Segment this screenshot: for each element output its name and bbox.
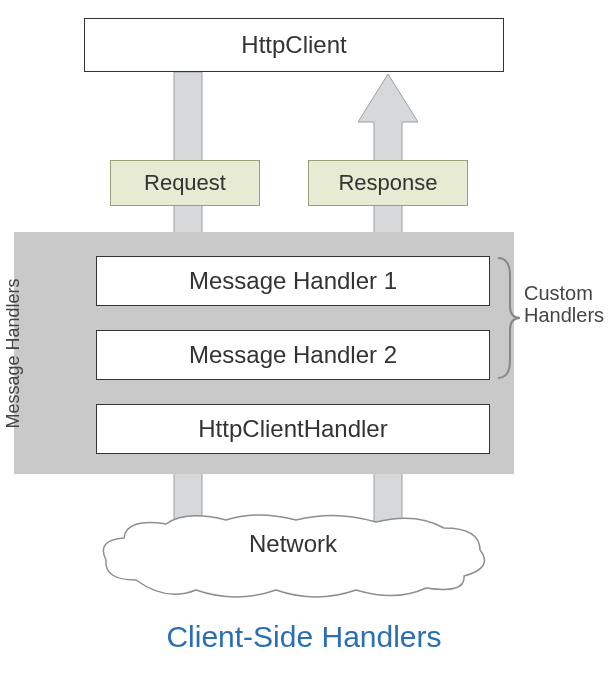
diagram-canvas: HttpClient Request Response Message Hand… [0,0,608,674]
response-tag: Response [308,160,468,206]
response-label: Response [338,170,437,196]
message-handler-2-box: Message Handler 2 [96,330,490,380]
panel-label-text: Message Handlers [3,278,24,428]
message-handler-2-label: Message Handler 2 [189,341,397,369]
request-label: Request [144,170,226,196]
diagram-title: Client-Side Handlers [0,620,608,654]
httpclienthandler-box: HttpClientHandler [96,404,490,454]
custom-handlers-annotation: Custom Handlers [524,282,604,326]
custom-label-line1: Custom [524,282,593,304]
custom-label-line2: Handlers [524,304,604,326]
httpclient-box: HttpClient [84,18,504,72]
httpclienthandler-label: HttpClientHandler [198,415,387,443]
message-handlers-panel-label: Message Handlers [0,232,28,474]
request-tag: Request [110,160,260,206]
message-handler-1-box: Message Handler 1 [96,256,490,306]
httpclient-label: HttpClient [241,31,346,59]
network-label: Network [96,530,490,558]
message-handler-1-label: Message Handler 1 [189,267,397,295]
